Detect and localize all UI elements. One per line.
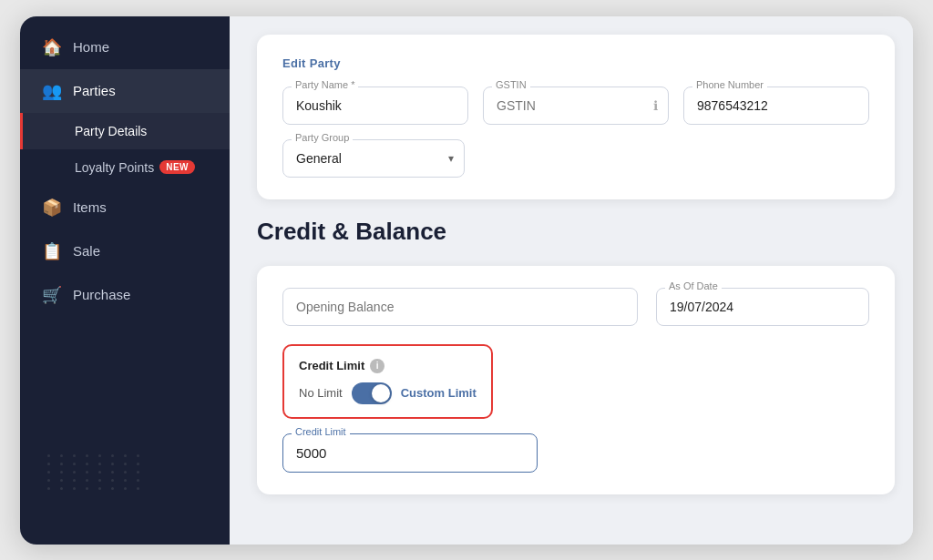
parties-icon: 👥 xyxy=(42,81,62,101)
party-group-label: Party Group xyxy=(292,132,353,143)
gstin-label: GSTIN xyxy=(492,79,530,90)
credit-limit-input-label: Credit Limit xyxy=(292,426,350,437)
party-name-group: Party Name * xyxy=(282,87,468,125)
gstin-input[interactable] xyxy=(483,87,669,125)
credit-limit-label-text: Credit Limit xyxy=(299,359,364,372)
sidebar-item-items[interactable]: 📦 Items xyxy=(20,186,230,229)
phone-group: Phone Number xyxy=(683,87,869,125)
main-content: Edit Party Party Name * GSTIN ℹ Phone Nu… xyxy=(230,16,913,545)
sidebar-item-parties[interactable]: 👥 Parties xyxy=(20,69,230,113)
credit-balance-title: Credit & Balance xyxy=(257,218,895,246)
sidebar-decorative-dots: // generate dots for(let i=0;i<40;i++) d… xyxy=(47,454,144,490)
party-name-label: Party Name * xyxy=(292,79,358,90)
sidebar-item-sale[interactable]: 📋 Sale xyxy=(20,229,230,273)
sidebar-item-purchase-label: Purchase xyxy=(73,287,130,302)
as-of-date-group: As Of Date xyxy=(656,288,869,326)
sidebar-item-items-label: Items xyxy=(73,199,107,215)
party-group-group: Party Group General ▾ xyxy=(282,139,465,178)
party-group-select[interactable]: General xyxy=(282,139,465,178)
home-icon: 🏠 xyxy=(42,37,62,57)
credit-limit-toggle-row: No Limit Custom Limit xyxy=(299,382,477,404)
toggle-knob xyxy=(372,384,390,402)
edit-party-form-row: Party Name * GSTIN ℹ Phone Number xyxy=(282,87,869,125)
sidebar-item-purchase[interactable]: 🛒 Purchase xyxy=(20,273,230,317)
sidebar-item-home[interactable]: 🏠 Home xyxy=(20,25,230,69)
credit-balance-section: Credit & Balance As Of Date Credit Limit… xyxy=(257,218,895,494)
edit-party-title: Edit Party xyxy=(282,56,869,70)
party-details-label: Party Details xyxy=(75,124,147,138)
credit-limit-label-row: Credit Limit i xyxy=(299,359,477,373)
items-icon: 📦 xyxy=(42,198,62,218)
loyalty-new-badge: New xyxy=(159,160,195,174)
sidebar-item-loyalty-points[interactable]: Loyalty Points New xyxy=(20,149,230,186)
sidebar-item-sale-label: Sale xyxy=(73,243,100,259)
gstin-info-icon: ℹ xyxy=(653,98,658,113)
sidebar-item-parties-label: Parties xyxy=(73,83,116,98)
edit-party-card: Edit Party Party Name * GSTIN ℹ Phone Nu… xyxy=(257,35,895,199)
loyalty-points-label: Loyalty Points xyxy=(75,160,154,175)
opening-balance-input[interactable] xyxy=(282,288,638,326)
as-of-date-label: As Of Date xyxy=(665,280,722,291)
opening-balance-group xyxy=(282,288,638,326)
no-limit-label: No Limit xyxy=(299,386,343,400)
credit-limit-input-group: Credit Limit xyxy=(282,433,538,473)
gstin-group: GSTIN ℹ xyxy=(483,87,669,125)
credit-limit-box: Credit Limit i No Limit Custom Limit xyxy=(282,344,493,419)
credit-limit-info-icon[interactable]: i xyxy=(370,359,384,373)
parties-submenu: Party Details Loyalty Points New xyxy=(20,113,230,186)
balance-row: As Of Date xyxy=(282,288,869,326)
sale-icon: 📋 xyxy=(42,241,62,261)
purchase-icon: 🛒 xyxy=(42,285,62,305)
party-name-input[interactable] xyxy=(282,87,468,125)
credit-balance-card: As Of Date Credit Limit i No Limit xyxy=(257,266,895,494)
as-of-date-input[interactable] xyxy=(656,288,869,326)
sidebar-item-party-details[interactable]: Party Details xyxy=(20,113,230,149)
sidebar-item-home-label: Home xyxy=(73,39,109,55)
credit-limit-toggle[interactable] xyxy=(352,382,392,404)
credit-limit-input[interactable] xyxy=(282,433,538,473)
custom-limit-label: Custom Limit xyxy=(401,386,477,400)
phone-label: Phone Number xyxy=(692,79,767,90)
sidebar: 🏠 Home 👥 Parties Party Details Loyalty P… xyxy=(20,16,230,545)
phone-input[interactable] xyxy=(683,87,869,125)
